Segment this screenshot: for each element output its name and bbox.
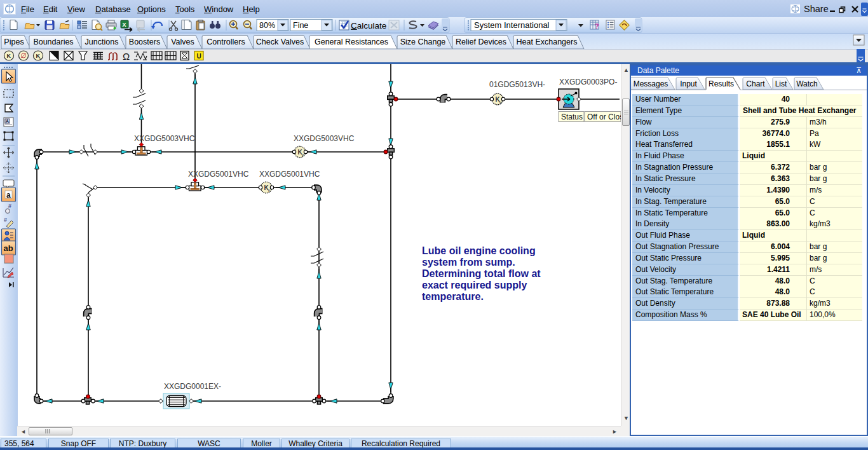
svg-text:XXGDG0003PO-: XXGDG0003PO-: [559, 78, 617, 86]
svg-text:General Resistances: General Resistances: [315, 38, 388, 46]
svg-text:Input: Input: [680, 79, 697, 88]
svg-text:?: ?: [595, 22, 599, 30]
svg-text:Lube oil engine cooling: Lube oil engine cooling: [422, 245, 536, 256]
svg-text:XXGDG5003VHC: XXGDG5003VHC: [134, 134, 195, 143]
svg-text:Heat Exchangers: Heat Exchangers: [517, 38, 578, 46]
svg-text:80%: 80%: [259, 21, 275, 30]
svg-text:XXGDG5001VHC: XXGDG5001VHC: [259, 170, 320, 179]
svg-text:Junctions: Junctions: [85, 38, 119, 46]
svg-text:exact required supply: exact required supply: [422, 280, 527, 290]
svg-text:Relief Devices: Relief Devices: [456, 38, 506, 46]
svg-text:01GDG5013VH-: 01GDG5013VH-: [489, 80, 545, 89]
svg-text:A: A: [6, 119, 9, 123]
svg-text:X: X: [123, 22, 126, 28]
svg-text:ab: ab: [4, 243, 13, 253]
svg-text:U: U: [197, 53, 201, 60]
svg-text:Chart: Chart: [746, 79, 765, 88]
svg-text:Boundaries: Boundaries: [33, 38, 73, 46]
svg-text:Messages: Messages: [634, 79, 668, 88]
svg-text:Size Change: Size Change: [400, 38, 446, 46]
svg-text:Off or Clos: Off or Clos: [587, 112, 621, 121]
svg-text:Boosters: Boosters: [129, 38, 160, 46]
svg-text:Status: Status: [561, 112, 583, 121]
svg-text:v: v: [268, 188, 271, 193]
svg-text:Valves: Valves: [171, 38, 194, 46]
svg-text:v: v: [302, 153, 304, 157]
svg-text:System International: System International: [474, 20, 550, 30]
svg-text:Check Valves: Check Valves: [256, 38, 304, 46]
svg-text:temperature.: temperature.: [422, 291, 484, 302]
svg-text:K: K: [7, 53, 11, 59]
svg-text:Calculate: Calculate: [351, 21, 386, 31]
svg-text:v: v: [499, 100, 502, 104]
svg-text:XXGDG5001VHC: XXGDG5001VHC: [188, 170, 249, 179]
svg-text:Share: Share: [804, 4, 829, 14]
svg-text:Ω: Ω: [123, 51, 130, 62]
svg-text:#: #: [4, 217, 7, 223]
svg-text:Controllers: Controllers: [207, 38, 245, 46]
svg-text:a: a: [6, 191, 11, 200]
svg-text:XXGDG0001EX-: XXGDG0001EX-: [164, 382, 221, 391]
svg-text:List: List: [775, 79, 787, 88]
svg-text:v: v: [39, 57, 41, 60]
svg-text:Watch: Watch: [796, 79, 818, 88]
svg-text:Results: Results: [709, 79, 734, 88]
svg-text:Fine: Fine: [293, 21, 308, 30]
svg-text:XXGDG5003VHC: XXGDG5003VHC: [294, 134, 355, 143]
svg-text:system from sump.: system from sump.: [422, 257, 515, 268]
svg-text:#: #: [8, 203, 11, 209]
svg-text:Determining total flow at: Determining total flow at: [422, 268, 541, 279]
svg-text:Pipes: Pipes: [4, 38, 24, 46]
